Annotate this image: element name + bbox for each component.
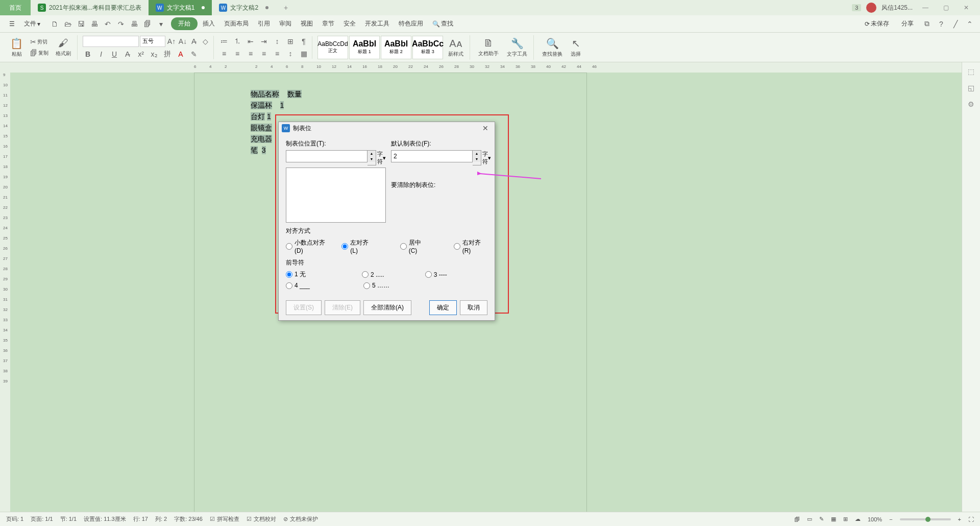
spin-down-icon[interactable]: ▼: [368, 156, 376, 162]
sidebar-style-icon[interactable]: ◱: [966, 83, 976, 93]
menu-search[interactable]: 🔍 查找: [428, 17, 457, 30]
avatar[interactable]: [866, 3, 876, 13]
clear-all-button[interactable]: 全部清除(A): [363, 300, 411, 315]
new-doc-icon[interactable]: 🗋: [50, 19, 60, 29]
menu-start[interactable]: 开始: [171, 17, 198, 30]
clear-format-icon[interactable]: A̶: [189, 36, 199, 46]
status-section[interactable]: 节: 1/1: [60, 515, 77, 523]
menu-review[interactable]: 审阅: [275, 17, 296, 30]
superscript-icon[interactable]: x²: [136, 49, 146, 59]
strike-icon[interactable]: A̶: [122, 49, 133, 59]
view-web-icon[interactable]: ⊞: [843, 516, 848, 522]
show-marks-icon[interactable]: ¶: [299, 36, 309, 46]
style-heading3[interactable]: AaBbCc标题 3: [412, 36, 443, 59]
leader-2-radio[interactable]: 2 .....: [362, 270, 384, 279]
menu-insert[interactable]: 插入: [199, 17, 219, 30]
indent-inc-icon[interactable]: ⇥: [259, 36, 269, 46]
close-icon[interactable]: ✕: [959, 0, 974, 15]
status-protect[interactable]: ⊘ 文档未保护: [283, 515, 318, 523]
align-center-icon[interactable]: ≡: [232, 49, 242, 59]
select-button[interactable]: ↖选择: [568, 35, 584, 60]
dialog-close-icon[interactable]: ✕: [479, 124, 492, 132]
print-direct-icon[interactable]: 🖶: [129, 19, 139, 29]
italic-icon[interactable]: I: [96, 49, 106, 59]
tab-doc2[interactable]: W文字文稿1: [149, 0, 212, 15]
zoom-in-icon[interactable]: +: [958, 516, 961, 522]
view-mode-icon[interactable]: ☁: [855, 516, 861, 522]
new-tab-button[interactable]: +: [280, 2, 292, 14]
undo-icon[interactable]: ↶: [103, 19, 113, 29]
minimize-icon[interactable]: —: [918, 0, 933, 15]
default-tab-input[interactable]: [391, 150, 473, 162]
find-replace-button[interactable]: 🔍查找替换: [539, 35, 566, 60]
menu-special[interactable]: 特色应用: [395, 17, 427, 30]
phonetic-icon[interactable]: 拼: [162, 49, 173, 59]
open-icon[interactable]: 🗁: [63, 19, 73, 29]
justify-icon[interactable]: ≡: [259, 49, 269, 59]
help-icon[interactable]: ?: [936, 19, 946, 29]
view-outline-icon[interactable]: ▦: [831, 516, 836, 522]
cancel-button[interactable]: 取消: [460, 300, 487, 315]
style-normal[interactable]: AaBbCcDd正文: [317, 36, 348, 59]
text-tool-button[interactable]: 🔧文字工具: [504, 35, 530, 60]
more-qat-icon[interactable]: ▾: [156, 19, 166, 29]
frame-icon[interactable]: ⧉: [922, 19, 932, 29]
menu-safety[interactable]: 安全: [339, 17, 360, 30]
status-words[interactable]: 字数: 23/46: [174, 515, 203, 523]
redo-icon[interactable]: ↷: [116, 19, 126, 29]
print-preview-icon[interactable]: 🗐: [142, 19, 153, 29]
sidebar-select-icon[interactable]: ⬚: [966, 66, 976, 77]
increase-font-icon[interactable]: A↑: [166, 36, 177, 46]
paste-button[interactable]: 📋粘贴: [7, 35, 26, 60]
tab-positions-listbox[interactable]: [286, 168, 386, 223]
align-center-radio[interactable]: 居中(C): [400, 238, 428, 254]
menu-layout[interactable]: 页面布局: [220, 17, 253, 30]
zoom-slider[interactable]: [900, 518, 951, 520]
ok-button[interactable]: 确定: [429, 300, 457, 315]
clear-button[interactable]: 清除(E): [325, 300, 360, 315]
align-right-icon[interactable]: ≡: [246, 49, 256, 59]
horizontal-ruler[interactable]: 6422468101214161820222426283032343638404…: [0, 62, 980, 73]
save-icon[interactable]: 🖫: [76, 19, 86, 29]
leader-4-radio[interactable]: 4 ___: [286, 282, 310, 289]
new-style-button[interactable]: Aᴀ新样式: [445, 35, 467, 60]
menu-chapter[interactable]: 章节: [318, 17, 338, 30]
leader-3-radio[interactable]: 3 ----: [425, 270, 447, 279]
status-proof[interactable]: ☑ 文档校对: [247, 515, 276, 523]
view-print-icon[interactable]: 🗐: [794, 516, 800, 522]
font-size-input[interactable]: [140, 36, 165, 47]
menu-devtools[interactable]: 开发工具: [361, 17, 394, 30]
tab-icon[interactable]: ⊞: [285, 36, 296, 46]
zoom-out-icon[interactable]: −: [889, 516, 892, 522]
unit-label[interactable]: 字符▾: [481, 150, 491, 165]
distribute-icon[interactable]: ≡: [272, 49, 282, 59]
shading-icon[interactable]: ▦: [299, 49, 309, 59]
tab-doc3[interactable]: W文字文稿2: [212, 0, 276, 15]
spin-down-icon[interactable]: ▼: [473, 156, 481, 162]
format-painter-button[interactable]: 🖌格式刷: [53, 35, 74, 59]
menu-refs[interactable]: 引用: [254, 17, 274, 30]
doc-assistant-button[interactable]: 🗎文档助手: [475, 35, 502, 59]
menu-view[interactable]: 视图: [297, 17, 317, 30]
decrease-font-icon[interactable]: A↓: [178, 36, 188, 46]
file-menu[interactable]: 文件 ▾: [20, 17, 44, 30]
maximize-icon[interactable]: ▢: [938, 0, 953, 15]
tab-doc1[interactable]: S2021年拟来湘...考科目要求汇总表: [31, 0, 149, 15]
highlight-icon[interactable]: ✎: [189, 49, 199, 59]
style-heading2[interactable]: AaBbl标题 2: [381, 36, 411, 59]
tab-position-input[interactable]: [286, 150, 368, 162]
font-color-icon[interactable]: A: [176, 49, 186, 59]
align-decimal-radio[interactable]: 小数点对齐(D): [286, 238, 331, 254]
view-read-icon[interactable]: ▭: [807, 516, 812, 522]
zoom-value[interactable]: 100%: [868, 516, 882, 522]
status-page-num[interactable]: 页码: 1: [6, 515, 23, 523]
dialog-titlebar[interactable]: W 制表位 ✕: [279, 122, 495, 134]
align-left-icon[interactable]: ≡: [219, 49, 229, 59]
leader-1-radio[interactable]: 1 无: [286, 270, 306, 279]
collapse-ribbon-icon[interactable]: ╱: [950, 19, 961, 29]
status-row[interactable]: 行: 17: [133, 515, 148, 523]
status-col[interactable]: 列: 2: [155, 515, 167, 523]
set-button[interactable]: 设置(S): [286, 300, 322, 315]
style-heading1[interactable]: AaBbl标题 1: [349, 36, 380, 59]
bullets-icon[interactable]: ≔: [219, 36, 229, 46]
